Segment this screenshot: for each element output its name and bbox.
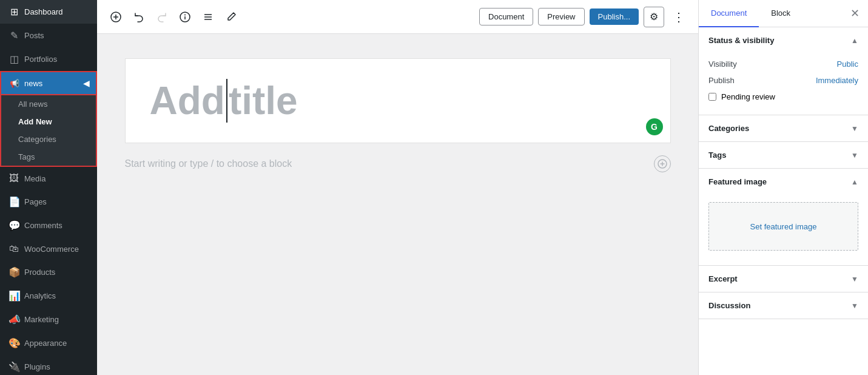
sidebar-item-analytics[interactable]: 📊 Analytics [0, 284, 97, 308]
title-block[interactable]: Add title G [125, 58, 671, 143]
categories-chevron-icon: ▼ [851, 124, 858, 133]
publish-button[interactable]: Publish... [590, 8, 639, 25]
content-placeholder: Start writing or type / to choose a bloc… [125, 158, 642, 169]
media-icon: 🖼 [8, 173, 19, 184]
submenu-item-add-new[interactable]: Add New [1, 113, 96, 130]
section-featured-image-header[interactable]: Featured image ▲ [699, 169, 868, 195]
sidebar-item-pages[interactable]: 📄 Pages [0, 190, 97, 214]
panel-close-button[interactable]: ✕ [842, 0, 868, 27]
publish-value[interactable]: Immediately [816, 76, 858, 85]
plugins-icon: 🔌 [8, 361, 19, 373]
submenu-item-categories[interactable]: Categories [1, 130, 96, 148]
panel-tabs: Document Block ✕ [699, 0, 868, 27]
undo-button[interactable] [130, 8, 148, 26]
discussion-chevron-icon: ▼ [851, 302, 858, 310]
more-options-button[interactable]: ⋮ [669, 7, 688, 27]
sidebar-item-comments[interactable]: 💬 Comments [0, 214, 97, 237]
section-tags: Tags ▼ [699, 142, 868, 169]
submenu-item-tags[interactable]: Tags [1, 148, 96, 166]
text-cursor [226, 79, 227, 123]
redo-button[interactable] [153, 8, 171, 26]
sidebar: ⊞ Dashboard ✎ Posts ◫ Portfolios 📢 news … [0, 0, 97, 375]
featured-image-chevron-icon: ▲ [851, 178, 858, 186]
set-featured-image-button[interactable]: Set featured image [708, 202, 858, 251]
tab-document[interactable]: Document [699, 0, 759, 27]
section-status-title: Status & visibility [708, 36, 774, 45]
add-block-inline-button[interactable] [654, 155, 671, 172]
section-status-content: Visibility Public Publish Immediately Pe… [699, 53, 868, 115]
section-categories-title: Categories [708, 124, 749, 133]
svg-point-5 [184, 14, 186, 15]
sidebar-item-portfolios[interactable]: ◫ Portfolios [0, 47, 97, 71]
content-block[interactable]: Start writing or type / to choose a bloc… [125, 155, 671, 172]
publish-label: Publish [708, 76, 735, 85]
sidebar-item-plugins[interactable]: 🔌 Plugins [0, 355, 97, 375]
posts-icon: ✎ [8, 30, 19, 41]
pending-review-row: Pending review [708, 89, 858, 105]
section-discussion-title: Discussion [708, 301, 750, 310]
sidebar-item-products[interactable]: 📦 Products [0, 260, 97, 284]
products-icon: 📦 [8, 266, 19, 278]
title-placeholder: Add title [150, 78, 298, 123]
section-featured-image-title: Featured image [708, 177, 767, 186]
pending-review-checkbox[interactable] [708, 93, 716, 101]
list-view-button[interactable] [199, 8, 217, 26]
analytics-icon: 📊 [8, 290, 19, 302]
comments-icon: 💬 [8, 220, 19, 231]
marketing-icon: 📣 [8, 314, 19, 325]
right-panel: Document Block ✕ Status & visibility ▲ V… [698, 0, 868, 375]
sidebar-item-posts[interactable]: ✎ Posts [0, 24, 97, 47]
editor-toolbar: Document Preview Publish... ⚙ ⋮ [97, 0, 698, 34]
submenu-item-all-news[interactable]: All news [1, 95, 96, 113]
sidebar-item-appearance[interactable]: 🎨 Appearance [0, 331, 97, 355]
visibility-row: Visibility Public [708, 56, 858, 72]
section-categories-header[interactable]: Categories ▼ [699, 115, 868, 141]
pending-review-label: Pending review [721, 92, 775, 101]
section-featured-image: Featured image ▲ Set featured image [699, 169, 868, 266]
preview-button[interactable]: Document [479, 8, 533, 25]
section-featured-image-content: Set featured image [699, 195, 868, 265]
sidebar-item-dashboard[interactable]: ⊞ Dashboard [0, 0, 97, 24]
visibility-label: Visibility [708, 59, 737, 69]
news-icon: 📢 [10, 79, 19, 88]
grammarly-icon: G [646, 118, 663, 135]
section-discussion-header[interactable]: Discussion ▼ [699, 292, 868, 319]
section-discussion: Discussion ▼ [699, 292, 868, 319]
main-content: Document Preview Publish... ⚙ ⋮ Add titl… [97, 0, 698, 375]
woocommerce-icon: 🛍 [8, 243, 19, 254]
section-status-visibility: Status & visibility ▲ Visibility Public … [699, 27, 868, 115]
sidebar-item-woocommerce[interactable]: 🛍 WooCommerce [0, 237, 97, 260]
section-status-header[interactable]: Status & visibility ▲ [699, 27, 868, 53]
settings-gear-button[interactable]: ⚙ [644, 7, 664, 27]
dashboard-icon: ⊞ [8, 6, 19, 18]
toolbar-left [107, 8, 240, 26]
section-tags-header[interactable]: Tags ▼ [699, 142, 868, 168]
news-submenu: All news Add New Categories Tags [0, 94, 97, 167]
info-button[interactable] [176, 8, 194, 26]
tags-chevron-icon: ▼ [851, 151, 858, 160]
visibility-value[interactable]: Public [837, 59, 858, 69]
tab-block[interactable]: Block [759, 0, 802, 27]
toolbar-right: Document Preview Publish... ⚙ ⋮ [479, 7, 688, 27]
sidebar-item-media[interactable]: 🖼 Media [0, 167, 97, 190]
appearance-icon: 🎨 [8, 337, 19, 349]
add-block-toolbar-button[interactable] [107, 8, 125, 26]
editor-area: Add title G Start writing or type / to c… [97, 34, 698, 375]
sidebar-item-marketing[interactable]: 📣 Marketing [0, 308, 97, 331]
sidebar-item-news[interactable]: 📢 news ◀ [0, 71, 97, 94]
edit-button[interactable] [222, 8, 240, 26]
pages-icon: 📄 [8, 196, 19, 208]
portfolios-icon: ◫ [8, 53, 19, 65]
preview-button-2[interactable]: Preview [538, 8, 584, 25]
section-excerpt-header[interactable]: Excerpt ▼ [699, 266, 868, 292]
set-featured-image-label: Set featured image [750, 222, 817, 231]
excerpt-chevron-icon: ▼ [851, 275, 858, 283]
section-excerpt-title: Excerpt [708, 274, 738, 283]
status-chevron-icon: ▲ [851, 36, 858, 45]
news-collapse-arrow: ◀ [83, 78, 90, 88]
publish-row: Publish Immediately [708, 72, 858, 89]
section-categories: Categories ▼ [699, 115, 868, 142]
section-excerpt: Excerpt ▼ [699, 266, 868, 292]
section-tags-title: Tags [708, 150, 726, 160]
